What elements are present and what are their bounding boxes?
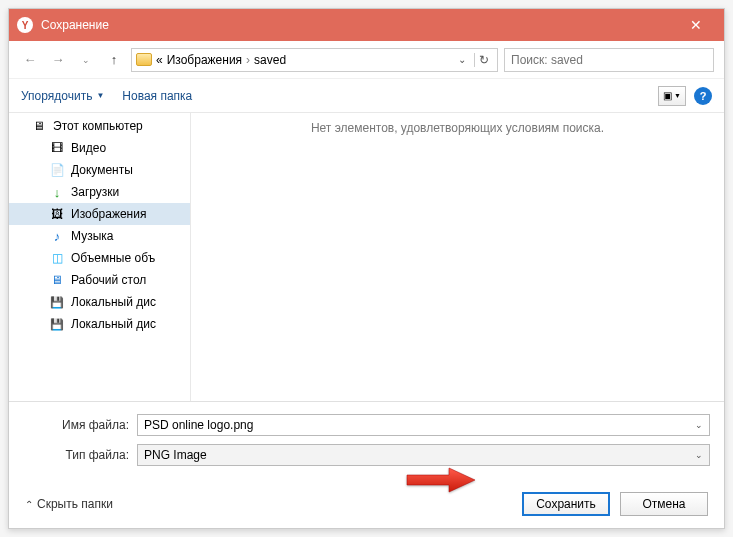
main-area: Этот компьютерВидеоДокументыЗагрузкиИзоб… bbox=[9, 113, 724, 402]
window-title: Сохранение bbox=[41, 18, 676, 32]
sidebar-item-label: Этот компьютер bbox=[53, 119, 143, 133]
filetype-field[interactable]: PNG Image ⌄ bbox=[137, 444, 710, 466]
filetype-label: Тип файла: bbox=[23, 448, 137, 462]
music-icon bbox=[49, 229, 65, 243]
sidebar-item[interactable]: Локальный дис bbox=[9, 313, 190, 335]
nav-row: ← → ⌄ ↑ « Изображения › saved ⌄ ↻ bbox=[9, 41, 724, 79]
close-icon[interactable]: ✕ bbox=[676, 9, 716, 41]
filename-field[interactable]: ⌄ bbox=[137, 414, 710, 436]
sidebar-item-label: Документы bbox=[71, 163, 133, 177]
content-area: Нет элементов, удовлетворяющих условиям … bbox=[191, 113, 724, 401]
image-icon bbox=[49, 207, 65, 221]
breadcrumb[interactable]: « Изображения › saved ⌄ ↻ bbox=[131, 48, 498, 72]
doc-icon bbox=[49, 163, 65, 177]
refresh-icon[interactable]: ↻ bbox=[474, 53, 493, 67]
video-icon bbox=[49, 141, 65, 155]
breadcrumb-part[interactable]: Изображения bbox=[167, 53, 242, 67]
empty-message: Нет элементов, удовлетворяющих условиям … bbox=[311, 121, 604, 135]
new-folder-button[interactable]: Новая папка bbox=[122, 89, 192, 103]
forward-button[interactable]: → bbox=[47, 49, 69, 71]
sidebar-item[interactable]: Документы bbox=[9, 159, 190, 181]
sidebar[interactable]: Этот компьютерВидеоДокументыЗагрузкиИзоб… bbox=[9, 113, 191, 401]
recent-dropdown[interactable]: ⌄ bbox=[75, 49, 97, 71]
chevron-right-icon: › bbox=[246, 53, 250, 67]
sidebar-item[interactable]: Изображения bbox=[9, 203, 190, 225]
app-icon: Y bbox=[17, 17, 33, 33]
desktop-icon bbox=[49, 273, 65, 287]
breadcrumb-part[interactable]: saved bbox=[254, 53, 286, 67]
sidebar-item[interactable]: Объемные объ bbox=[9, 247, 190, 269]
back-button[interactable]: ← bbox=[19, 49, 41, 71]
form-area: Имя файла: ⌄ Тип файла: PNG Image ⌄ bbox=[9, 402, 724, 480]
sidebar-item-label: Объемные объ bbox=[71, 251, 155, 265]
breadcrumb-prefix: « bbox=[156, 53, 163, 67]
search-input[interactable] bbox=[504, 48, 714, 72]
sidebar-item-label: Рабочий стол bbox=[71, 273, 146, 287]
search-field[interactable] bbox=[511, 53, 707, 67]
filetype-value: PNG Image bbox=[144, 448, 691, 462]
sidebar-item[interactable]: Видео bbox=[9, 137, 190, 159]
disk-icon bbox=[49, 295, 65, 309]
disk-icon bbox=[49, 317, 65, 331]
sidebar-item-label: Изображения bbox=[71, 207, 146, 221]
chevron-down-icon[interactable]: ⌄ bbox=[695, 420, 703, 430]
sidebar-item-label: Загрузки bbox=[71, 185, 119, 199]
view-mode-button[interactable]: ▣ ▼ bbox=[658, 86, 686, 106]
chevron-down-icon[interactable]: ⌄ bbox=[695, 450, 703, 460]
titlebar: Y Сохранение ✕ bbox=[9, 9, 724, 41]
footer: ⌃ Скрыть папки Сохранить Отмена bbox=[9, 480, 724, 528]
sidebar-item[interactable]: Загрузки bbox=[9, 181, 190, 203]
chevron-down-icon[interactable]: ⌄ bbox=[458, 54, 466, 65]
filename-label: Имя файла: bbox=[23, 418, 137, 432]
folder-icon bbox=[136, 53, 152, 66]
sidebar-item-label: Видео bbox=[71, 141, 106, 155]
organize-button[interactable]: Упорядочить▼ bbox=[21, 89, 104, 103]
help-icon[interactable]: ? bbox=[694, 87, 712, 105]
sidebar-item-label: Локальный дис bbox=[71, 317, 156, 331]
sidebar-item[interactable]: Этот компьютер bbox=[9, 115, 190, 137]
filename-input[interactable] bbox=[144, 418, 691, 432]
toolbar: Упорядочить▼ Новая папка ▣ ▼ ? bbox=[9, 79, 724, 113]
save-button[interactable]: Сохранить bbox=[522, 492, 610, 516]
computer-icon bbox=[31, 119, 47, 133]
up-button[interactable]: ↑ bbox=[103, 49, 125, 71]
sidebar-item[interactable]: Локальный дис bbox=[9, 291, 190, 313]
hide-folders-button[interactable]: ⌃ Скрыть папки bbox=[25, 497, 113, 511]
download-icon bbox=[49, 185, 65, 199]
sidebar-item-label: Локальный дис bbox=[71, 295, 156, 309]
cancel-button[interactable]: Отмена bbox=[620, 492, 708, 516]
sidebar-item[interactable]: Рабочий стол bbox=[9, 269, 190, 291]
sidebar-item-label: Музыка bbox=[71, 229, 113, 243]
sidebar-item[interactable]: Музыка bbox=[9, 225, 190, 247]
3d-icon bbox=[49, 251, 65, 265]
